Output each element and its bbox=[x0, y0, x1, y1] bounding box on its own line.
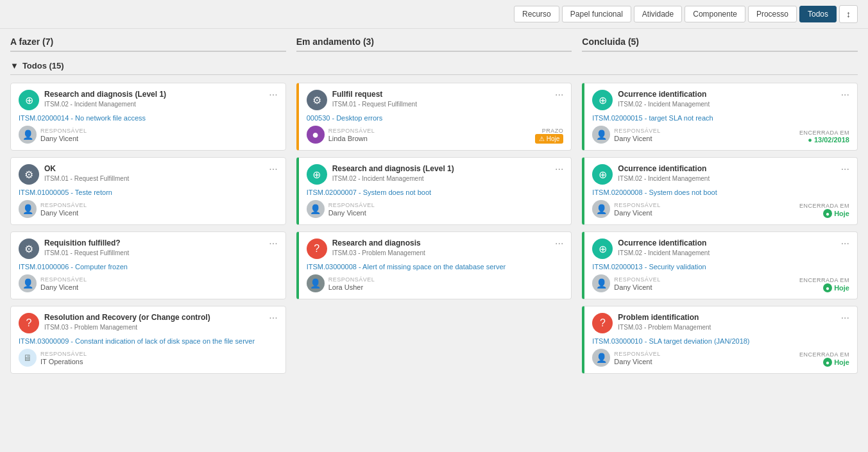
card-3-4-subtitle: ITSM.03 - Problem Management bbox=[618, 324, 711, 331]
card-3-2-avatar: 👤 bbox=[592, 200, 610, 218]
card-1-2-icon: ⚙ bbox=[19, 164, 39, 185]
card-2-1-avatar: ● bbox=[307, 126, 325, 144]
card-1-3-title: Requisition fulfilled? bbox=[44, 239, 129, 249]
card-2-1-link[interactable]: 000530 - Desktop errors bbox=[307, 114, 564, 122]
card-3-3-avatar: 👤 bbox=[592, 274, 610, 292]
card-1-1-avatar: 👤 bbox=[19, 126, 37, 144]
card-3-2-icon: ⊕ bbox=[592, 164, 613, 185]
card-2-1-dots[interactable]: ··· bbox=[555, 90, 563, 100]
card-3-4-responsavel: Dany Vicent bbox=[614, 358, 661, 365]
card-3-3-dots[interactable]: ··· bbox=[841, 239, 849, 249]
papel-funcional-button[interactable]: Papel funcional bbox=[562, 6, 631, 22]
card-3-2-subtitle: ITSM.02 - Incident Management bbox=[618, 175, 710, 182]
card-1-4: ? Resolution and Recovery (or Change con… bbox=[10, 306, 286, 374]
card-1-1-responsavel-label: RESPONSÁVEL bbox=[40, 128, 87, 134]
card-3-1-icon: ⊕ bbox=[592, 90, 613, 110]
card-3-2-title: Ocurrence identification bbox=[618, 164, 710, 174]
recurso-button[interactable]: Recurso bbox=[514, 6, 559, 22]
card-3-3-badge: ENCERRADA EM ● Hoje bbox=[799, 277, 849, 292]
column-andamento: ⚙ Fullfil request ITSM.01 - Request Fulf… bbox=[296, 83, 572, 374]
card-3-4-title: Problem identification bbox=[618, 313, 711, 323]
card-3-1-responsavel: Dany Vicent bbox=[614, 135, 661, 142]
card-3-4-badge: ENCERRADA EM ● Hoje bbox=[799, 351, 849, 367]
card-1-3-responsavel-label: RESPONSÁVEL bbox=[40, 276, 87, 283]
card-1-2-avatar: 👤 bbox=[19, 200, 37, 218]
card-2-1-responsavel-label: RESPONSÁVEL bbox=[328, 128, 375, 134]
card-3-3-title: Ocurrence identification bbox=[618, 239, 710, 249]
card-3-3: ⊕ Ocurrence identification ITSM.02 - Inc… bbox=[582, 231, 858, 299]
card-1-4-responsavel: IT Operations bbox=[40, 358, 87, 365]
sort-button[interactable]: ↕ bbox=[839, 5, 858, 23]
card-2-3-subtitle: ITSM.03 - Problem Management bbox=[332, 249, 425, 256]
atividade-button[interactable]: Atividade bbox=[634, 6, 682, 22]
processo-button[interactable]: Processo bbox=[748, 6, 797, 22]
card-3-2: ⊕ Ocurrence identification ITSM.02 - Inc… bbox=[582, 157, 858, 225]
card-1-3-link[interactable]: ITSM.01000006 - Computer frozen bbox=[19, 263, 278, 271]
card-1-2: ⚙ OK ITSM.01 - Request Fulfillment ··· I… bbox=[10, 157, 286, 225]
card-2-3-responsavel-label: RESPONSÁVEL bbox=[328, 276, 375, 283]
card-1-1: ⊕ Research and diagnosis (Level 1) ITSM.… bbox=[10, 83, 286, 151]
card-3-4-responsavel-label: RESPONSÁVEL bbox=[614, 351, 661, 357]
card-1-4-icon: ? bbox=[19, 313, 39, 333]
card-3-2-responsavel: Dany Vicent bbox=[614, 209, 661, 217]
card-3-4-dots[interactable]: ··· bbox=[841, 313, 849, 323]
card-2-3: ? Research and diagnosis ITSM.03 - Probl… bbox=[296, 231, 572, 299]
card-2-2-dots[interactable]: ··· bbox=[555, 164, 563, 174]
card-2-1-responsavel: Linda Brown bbox=[328, 135, 375, 142]
card-1-3-dots[interactable]: ··· bbox=[269, 239, 277, 249]
card-3-2-responsavel-label: RESPONSÁVEL bbox=[614, 202, 661, 208]
col-header-afazer: A fazer (7) bbox=[10, 37, 286, 52]
card-3-3-responsavel: Dany Vicent bbox=[614, 283, 661, 291]
card-2-3-dots[interactable]: ··· bbox=[555, 239, 563, 249]
card-1-2-dots[interactable]: ··· bbox=[269, 164, 277, 174]
card-3-1-subtitle: ITSM.02 - Incident Management bbox=[618, 101, 710, 108]
card-2-3-icon: ? bbox=[307, 239, 327, 259]
card-3-4-icon: ? bbox=[592, 313, 613, 333]
card-3-3-link[interactable]: ITSM.02000013 - Security validation bbox=[592, 263, 849, 271]
card-1-1-subtitle: ITSM.02 - Incident Management bbox=[44, 101, 166, 108]
card-1-1-link[interactable]: ITSM.02000014 - No network file access bbox=[19, 114, 278, 122]
card-1-3-avatar: 👤 bbox=[19, 274, 37, 292]
column-concluida: ⊕ Ocurrence identification ITSM.02 - Inc… bbox=[582, 83, 858, 374]
card-2-1-badge: PRAZO ⚠ Hoje bbox=[535, 128, 564, 144]
componente-button[interactable]: Componente bbox=[685, 6, 745, 22]
card-1-4-link[interactable]: ITSM.03000009 - Constant indication of l… bbox=[19, 337, 278, 345]
card-3-3-responsavel-label: RESPONSÁVEL bbox=[614, 276, 661, 283]
card-3-3-subtitle: ITSM.02 - Incident Management bbox=[618, 249, 710, 256]
card-3-4-link[interactable]: ITSM.03000010 - SLA target deviation (JA… bbox=[592, 337, 849, 345]
card-2-2-link[interactable]: ITSM.02000007 - System does not boot bbox=[307, 188, 564, 196]
card-3-2-dots[interactable]: ··· bbox=[841, 164, 849, 174]
card-1-3-icon: ⚙ bbox=[19, 239, 39, 259]
card-1-2-link[interactable]: ITSM.01000005 - Teste retorn bbox=[19, 188, 278, 196]
card-2-1-icon: ⚙ bbox=[307, 90, 327, 110]
card-3-1-responsavel-label: RESPONSÁVEL bbox=[614, 128, 661, 134]
card-2-2-responsavel-label: RESPONSÁVEL bbox=[328, 202, 375, 208]
card-1-4-dots[interactable]: ··· bbox=[269, 313, 277, 323]
todos-button[interactable]: Todos bbox=[799, 6, 837, 22]
card-2-3-link[interactable]: ITSM.03000008 - Alert of missing space o… bbox=[307, 263, 564, 271]
card-2-2-title: Research and diagnosis (Level 1) bbox=[332, 164, 454, 174]
col-header-concluida: Concluida (5) bbox=[582, 37, 858, 52]
card-2-3-avatar: 👤 bbox=[307, 274, 325, 292]
card-2-2-icon: ⊕ bbox=[307, 164, 327, 185]
card-1-3-responsavel: Dany Vicent bbox=[40, 283, 87, 291]
section-arrow[interactable]: ▼ bbox=[10, 61, 19, 71]
card-1-4-responsavel-label: RESPONSÁVEL bbox=[40, 351, 87, 357]
card-3-2-link[interactable]: ITSM.02000008 - System does not boot bbox=[592, 188, 849, 196]
card-1-1-title: Research and diagnosis (Level 1) bbox=[44, 90, 166, 100]
card-3-3-icon: ⊕ bbox=[592, 239, 613, 259]
section-label: Todos (15) bbox=[22, 61, 64, 71]
card-3-4-avatar: 👤 bbox=[592, 349, 610, 367]
card-2-1-title: Fullfil request bbox=[332, 90, 417, 100]
card-3-1-avatar: 👤 bbox=[592, 126, 610, 144]
card-1-1-dots[interactable]: ··· bbox=[269, 90, 277, 100]
column-afazer: ⊕ Research and diagnosis (Level 1) ITSM.… bbox=[10, 83, 286, 374]
card-3-1-link[interactable]: ITSM.02000015 - target SLA not reach bbox=[592, 114, 849, 122]
card-1-2-responsavel: Dany Vicent bbox=[40, 209, 87, 217]
card-3-1-dots[interactable]: ··· bbox=[841, 90, 849, 100]
card-1-2-responsavel-label: RESPONSÁVEL bbox=[40, 202, 87, 208]
card-1-3-subtitle: ITSM.01 - Request Fulfillment bbox=[44, 249, 129, 256]
card-1-1-responsavel: Dany Vicent bbox=[40, 135, 87, 142]
card-2-3-responsavel: Lora Usher bbox=[328, 283, 375, 291]
card-1-1-icon: ⊕ bbox=[19, 90, 39, 110]
